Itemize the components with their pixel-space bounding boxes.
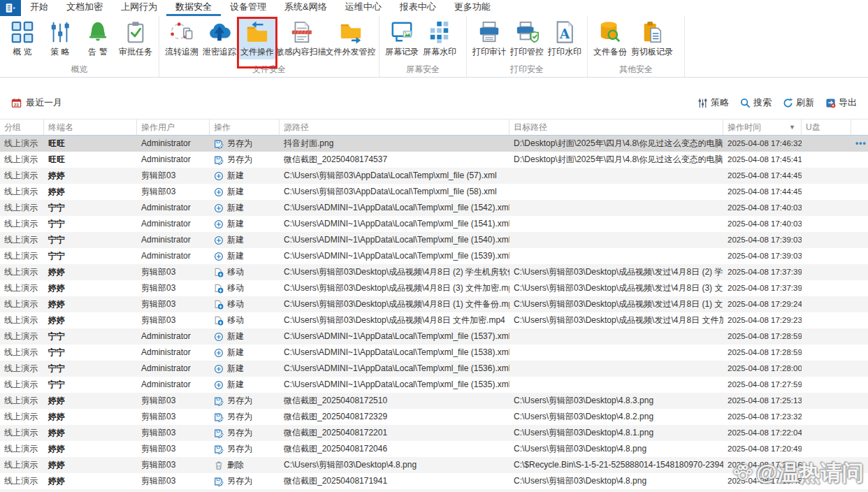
column-header[interactable]: 目标路径	[509, 120, 723, 135]
cell-usb	[802, 457, 851, 473]
cell-time: 2025-04-08 17:27:59	[723, 377, 802, 393]
table-row[interactable]: 线上演示宁宁Administrator新建C:\Users\ADMINI~1\A…	[0, 345, 868, 361]
table-row[interactable]: 线上演示婷婷剪辑部03新建C:\Users\剪辑部03\AppData\Loca…	[0, 184, 868, 200]
row-actions	[851, 457, 868, 473]
column-header-label: 目标路径	[514, 122, 547, 133]
cell-user: 剪辑部03	[137, 409, 210, 425]
cell-terminal: 婷婷	[44, 312, 137, 328]
table-row[interactable]: 线上演示婷婷剪辑部03另存为微信截图_20250408172201C:\User…	[0, 425, 868, 441]
column-header[interactable]: 操作	[210, 120, 280, 135]
refresh-icon	[783, 98, 793, 108]
app-menu-icon	[4, 2, 17, 15]
cell-time: 2025-04-08 17:20:49	[723, 441, 802, 457]
table-row[interactable]: 线上演示宁宁Administrator新建C:\Users\ADMINI~1\A…	[0, 248, 868, 264]
ribbon-group: 打印审计打印管控A打印水印打印安全	[467, 16, 588, 77]
operation-label: 新建	[227, 232, 244, 248]
cell-operation: 新建	[210, 377, 280, 393]
ribbon-group-label: 概览	[0, 64, 159, 75]
cell-usb	[802, 296, 851, 312]
column-header[interactable]: 分组	[0, 120, 44, 135]
ribbon-button-screen-watermark[interactable]: 屏幕水印	[421, 18, 458, 59]
cell-time: 2025-04-08 17:20:16	[723, 457, 802, 473]
column-header[interactable]: U盘	[802, 120, 851, 135]
cell-target-path: D:\Desktop\封面\2025年\四月\4.8\你见过这么变态的电脑监..…	[509, 152, 723, 168]
file-operation-table: 分组终端名操作用户操作源路径目标路径操作时间▼U盘 线上演示旺旺Administ…	[0, 119, 868, 492]
cell-group: 线上演示	[0, 457, 44, 473]
ribbon-button-file-outgoing[interactable]: 文件外发管控	[326, 18, 375, 59]
ribbon-button-file-operation[interactable]: 文件操作	[239, 18, 275, 59]
cell-group: 线上演示	[0, 248, 44, 264]
ribbon-button-alarm[interactable]: 告 警	[80, 18, 116, 59]
menu-tab[interactable]: 报表中心	[391, 0, 445, 16]
menu-tab[interactable]: 设备管理	[221, 0, 275, 16]
ribbon: 概 览策 略告 警审批任务概览流转追溯泄密追踪文件操作敏感内容扫描文件外发管控文…	[0, 16, 868, 78]
search-button[interactable]: 搜索	[740, 96, 772, 109]
table-row[interactable]: 线上演示宁宁Administrator新建C:\Users\ADMINI~1\A…	[0, 377, 868, 393]
table-row[interactable]: 线上演示婷婷剪辑部03移动C:\Users\剪辑部03\Desktop\成品视频…	[0, 264, 868, 280]
table-row[interactable]: 线上演示婷婷剪辑部03另存为微信截图_20250408171941C:\User…	[0, 473, 868, 489]
new-icon	[214, 380, 224, 390]
move-icon	[214, 316, 224, 326]
menu-tab[interactable]: 系统&网络	[275, 0, 336, 16]
ribbon-button-overview[interactable]: 概 览	[4, 18, 41, 59]
refresh-button[interactable]: 刷新	[783, 96, 814, 109]
table-row[interactable]: 线上演示婷婷剪辑部03移动C:\Users\剪辑部03\Desktop\成品视频…	[0, 296, 868, 312]
column-header[interactable]: 操作用户	[137, 120, 210, 135]
column-header[interactable]	[851, 120, 868, 135]
column-header[interactable]: 源路径	[280, 120, 509, 135]
cell-usb	[802, 489, 851, 492]
cell-target-path: C:\Users\剪辑部03\Desktop\成品视频\发过\4月8日 (3) …	[509, 280, 723, 296]
table-row[interactable]: 线上演示宁宁Administrator新建C:\Users\ADMINI~1\A…	[0, 328, 868, 345]
table-row[interactable]: 线上演示宁宁Administrator新建C:\Users\ADMINI~1\A…	[0, 232, 868, 248]
date-range-filter[interactable]: 23 最近一月	[11, 96, 62, 109]
cell-group: 线上演示	[0, 296, 44, 312]
ribbon-button-file-backup[interactable]: 文件备份	[592, 18, 628, 59]
ribbon-button-print-watermark[interactable]: A打印水印	[547, 18, 583, 59]
policy-small-button[interactable]: 策略	[697, 96, 729, 109]
app-menu-button[interactable]	[0, 0, 21, 16]
filter-dropdown-icon[interactable]: ▼	[789, 124, 795, 131]
table-row[interactable]: 线上演示婷婷剪辑部03	[0, 489, 868, 492]
ribbon-button-leak-track[interactable]: 泄密追踪	[201, 18, 238, 59]
ribbon-button-policy[interactable]: 策 略	[42, 18, 78, 59]
ribbon-button-screen-record[interactable]: 屏幕记录	[384, 18, 420, 59]
table-row[interactable]: 线上演示婷婷剪辑部03另存为微信截图_20250408172329C:\User…	[0, 409, 868, 425]
column-header[interactable]: 操作时间▼	[723, 120, 802, 135]
row-actions	[851, 248, 868, 264]
menu-tab[interactable]: 文档加密	[57, 0, 112, 16]
menu-tab[interactable]: 上网行为	[112, 0, 166, 16]
cell-time: 2025-04-08 17:37:39	[723, 280, 802, 296]
table-row[interactable]: 线上演示婷婷剪辑部03移动C:\Users\剪辑部03\Desktop\成品视频…	[0, 312, 868, 328]
delete-icon	[214, 461, 224, 470]
column-header[interactable]: 终端名	[44, 120, 137, 135]
table-row[interactable]: 线上演示婷婷剪辑部03移动C:\Users\剪辑部03\Desktop\成品视频…	[0, 280, 868, 296]
ribbon-button-print-audit[interactable]: 打印审计	[471, 18, 507, 59]
ribbon-button-label: 文件备份	[593, 46, 627, 58]
ribbon-button-approval-task[interactable]: 审批任务	[117, 18, 154, 59]
cell-terminal: 宁宁	[44, 361, 137, 377]
table-row[interactable]: 线上演示旺旺Administrator另存为微信截图_2025040817453…	[0, 152, 868, 168]
table-row[interactable]: 线上演示宁宁Administrator新建C:\Users\ADMINI~1\A…	[0, 200, 868, 216]
export-icon	[825, 98, 836, 108]
ribbon-button-flow-trace[interactable]: 流转追溯	[164, 18, 200, 59]
table-row[interactable]: 线上演示婷婷剪辑部03另存为微信截图_20250408172046C:\User…	[0, 441, 868, 457]
table-row[interactable]: 线上演示旺旺Administrator另存为抖音封面.pngD:\Desktop…	[0, 136, 868, 152]
ribbon-button-clipboard-record[interactable]: 剪切板记录	[630, 18, 674, 59]
table-row[interactable]: 线上演示婷婷剪辑部03另存为微信截图_20250408172510C:\User…	[0, 393, 868, 409]
table-row[interactable]: 线上演示婷婷剪辑部03删除C:\Users\剪辑部03\Desktop\4.8.…	[0, 457, 868, 473]
menu-tab[interactable]: 运维中心	[336, 0, 391, 16]
menu-tab[interactable]: 开始	[21, 0, 57, 16]
table-row[interactable]: 线上演示婷婷剪辑部03新建C:\Users\剪辑部03\AppData\Loca…	[0, 168, 868, 184]
menu-tab[interactable]: 更多功能	[445, 0, 500, 16]
ribbon-button-label: 泄密追踪	[203, 46, 236, 58]
export-button[interactable]: 导出	[825, 96, 857, 109]
cell-target-path	[509, 377, 723, 393]
table-row[interactable]: 线上演示宁宁Administrator新建C:\Users\ADMINI~1\A…	[0, 216, 868, 232]
cell-user: Administrator	[137, 248, 210, 264]
ribbon-button-print-control[interactable]: 打印管控	[509, 18, 545, 59]
row-actions-button[interactable]: •••	[855, 136, 867, 152]
cell-terminal: 宁宁	[44, 248, 137, 264]
menu-tab[interactable]: 数据安全	[166, 0, 221, 16]
ribbon-button-sensitive-scan[interactable]: 敏感内容扫描	[277, 18, 325, 59]
table-row[interactable]: 线上演示宁宁Administrator新建C:\Users\ADMINI~1\A…	[0, 361, 868, 377]
